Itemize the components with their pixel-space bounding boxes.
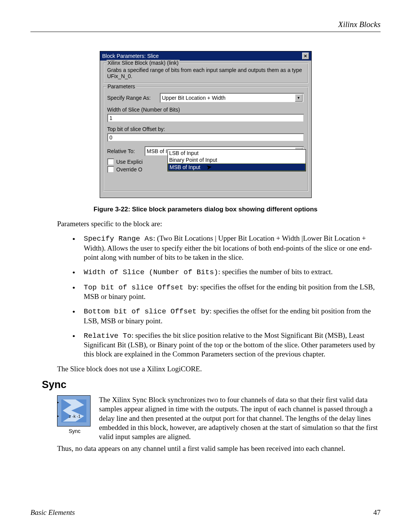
sync-heading: Sync	[30, 379, 381, 391]
mask-fieldset: Xilinx Slice Block (mask) (link) Grabs a…	[103, 63, 308, 83]
override-checkbox[interactable]	[107, 166, 114, 173]
sync-z-label: z -k -1	[69, 414, 81, 419]
mask-legend: Xilinx Slice Block (mask) (link)	[107, 60, 180, 66]
list-item: Specify Range As: (Two Bit Locations | U…	[72, 234, 381, 262]
use-explicit-checkbox[interactable]	[107, 158, 114, 165]
dialog-titlebar: Block Parameters: Slice ✕	[100, 51, 311, 61]
override-label: Override O	[116, 166, 142, 173]
list-item: Top bit of slice Offset by: specifies th…	[72, 283, 381, 302]
dialog-title: Block Parameters: Slice	[102, 53, 159, 59]
param-name: Top bit of slice Offset by	[84, 283, 196, 292]
mask-description: Grabs a specified range of bits from eac…	[107, 67, 304, 79]
specify-range-value: Upper Bit Location + Width	[162, 95, 226, 101]
footer-section: Basic Elements	[30, 508, 75, 517]
logicore-note: The Slice block does not use a Xilinx Lo…	[30, 364, 381, 374]
param-name: Width of Slice (Number of Bits)	[84, 268, 218, 276]
dropdown-option-msb[interactable]: MSB of Input	[168, 163, 306, 171]
list-item: Bottom bit of slice Offset by: specifies…	[72, 307, 381, 326]
list-item: Width of Slice (Number of Bits): specifi…	[72, 267, 381, 277]
header-divider	[30, 32, 381, 32]
relative-to-label: Relative To:	[107, 148, 142, 154]
cursor-icon: ➤	[206, 163, 213, 172]
use-explicit-label: Use Explici	[116, 159, 143, 165]
param-name: Bottom bit of slice Offset by	[84, 307, 210, 316]
page-number: 47	[373, 508, 381, 517]
parameter-list: Specify Range As: (Two Bit Locations | U…	[30, 234, 381, 359]
figure-caption: Figure 3-22: Slice block parameters dial…	[30, 206, 381, 213]
width-input[interactable]: 1	[107, 114, 304, 122]
close-icon[interactable]: ✕	[302, 53, 309, 59]
sync-paragraph-1: The Xilinx Sync Block synchronizes two t…	[99, 395, 381, 442]
parameters-legend: Parameters	[107, 83, 136, 89]
list-item: Relative To: specifies the bit slice pos…	[72, 331, 381, 359]
param-name: Relative To	[84, 332, 131, 340]
header-section-name: Xilinx Blocks	[30, 20, 381, 29]
specify-range-dropdown[interactable]: Upper Bit Location + Width ▼	[160, 93, 304, 103]
relative-to-option-list[interactable]: LSB of Input Binary Point of Input MSB o…	[167, 149, 306, 171]
sync-block-icon: z -k -1 Sync	[57, 395, 92, 442]
sync-paragraph-2: Thus, no data appears on any channel unt…	[30, 444, 381, 453]
param-desc: : specifies the number of bits to extrac…	[218, 268, 333, 276]
top-offset-label: Top bit of slice Offset by:	[107, 126, 304, 132]
block-parameters-dialog: Block Parameters: Slice ✕ Xilinx Slice B…	[100, 51, 312, 198]
parameters-fieldset: Parameters Specify Range As: Upper Bit L…	[103, 86, 308, 192]
sync-icon-caption: Sync	[57, 428, 92, 434]
param-name: Specify Range As	[84, 235, 153, 243]
dropdown-option-binary-point[interactable]: Binary Point of Input	[168, 157, 306, 163]
width-label: Width of Slice (Number of Bits)	[107, 107, 304, 113]
specify-range-label: Specify Range As:	[107, 95, 157, 101]
intro-text: Parameters specific to the block are:	[30, 219, 381, 228]
dropdown-option-lsb[interactable]: LSB of Input	[168, 150, 306, 157]
top-offset-input[interactable]: 0	[107, 133, 304, 142]
chevron-down-icon[interactable]: ▼	[295, 94, 303, 102]
